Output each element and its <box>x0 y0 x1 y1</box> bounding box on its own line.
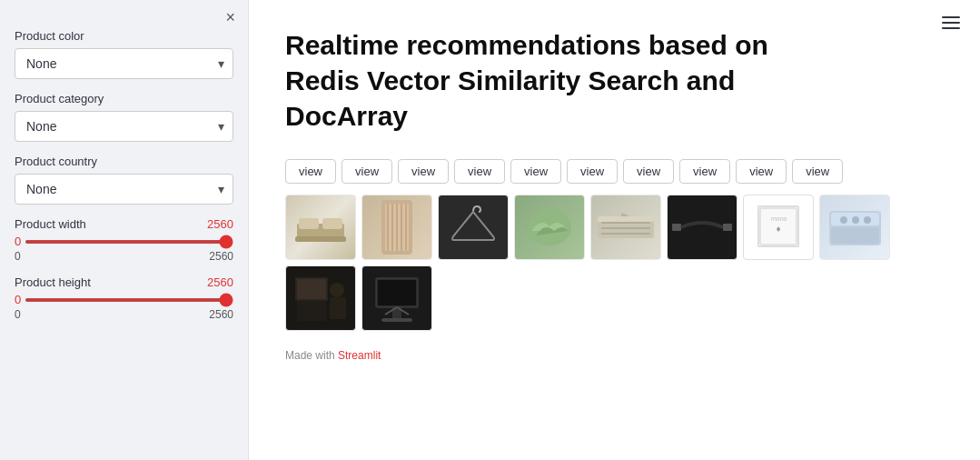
product-svg-10 <box>367 271 427 325</box>
svg-point-34 <box>330 283 344 297</box>
view-button-8[interactable]: view <box>679 159 730 184</box>
product-height-label: Product height <box>15 275 91 289</box>
view-button-7[interactable]: view <box>623 159 674 184</box>
product-height-min-value: 0 <box>15 293 21 306</box>
product-image-4 <box>514 195 585 260</box>
footer-link[interactable]: Streamlit <box>338 349 381 362</box>
svg-rect-37 <box>378 280 416 305</box>
product-country-select[interactable]: None USA UK China Germany <box>15 174 233 205</box>
product-height-slider[interactable] <box>25 298 233 302</box>
product-svg-9 <box>290 272 351 325</box>
product-image-8 <box>819 195 890 260</box>
product-country-select-wrapper: None USA UK China Germany <box>15 174 233 205</box>
view-button-4[interactable]: view <box>454 159 505 184</box>
sidebar: × Product color None Red Blue Green Blac… <box>0 0 249 460</box>
product-height-max-value: 2560 <box>207 275 233 289</box>
product-image-5 <box>590 195 661 260</box>
product-width-label: Product width <box>15 217 86 231</box>
view-button-10[interactable]: view <box>792 159 843 184</box>
svg-rect-16 <box>601 233 650 235</box>
product-svg-7: ♦ mono <box>751 203 806 253</box>
view-button-6[interactable]: view <box>567 159 618 184</box>
product-image-1 <box>285 195 356 260</box>
product-svg-4 <box>522 204 577 251</box>
product-grid: ♦ mono <box>285 195 944 331</box>
svg-text:mono: mono <box>771 215 787 222</box>
product-svg-2 <box>374 198 420 257</box>
product-image-3 <box>438 195 509 260</box>
product-svg-1 <box>293 204 348 251</box>
hamburger-menu-button[interactable] <box>938 13 964 33</box>
product-width-slider[interactable] <box>25 240 233 244</box>
product-width-minmax: 0 2560 <box>15 250 233 263</box>
hamburger-line-1 <box>942 16 960 18</box>
product-image-7: ♦ mono <box>743 195 814 260</box>
product-height-header: Product height 2560 <box>15 275 233 289</box>
product-image-6 <box>667 195 737 260</box>
svg-rect-25 <box>831 227 879 244</box>
product-country-label: Product country <box>15 155 233 168</box>
product-svg-3 <box>446 205 500 250</box>
view-buttons-row: view view view view view view view view … <box>285 159 944 184</box>
svg-rect-32 <box>330 297 346 319</box>
product-svg-5 <box>594 204 658 251</box>
product-width-min-value: 0 <box>15 235 21 248</box>
hamburger-line-2 <box>942 22 960 24</box>
svg-rect-39 <box>381 318 412 322</box>
svg-text:♦: ♦ <box>776 224 780 234</box>
product-width-max-value: 2560 <box>207 217 233 231</box>
svg-point-28 <box>864 216 871 224</box>
view-button-2[interactable]: view <box>342 159 392 184</box>
product-image-9 <box>285 265 356 331</box>
view-button-3[interactable]: view <box>398 159 449 184</box>
svg-rect-17 <box>672 224 681 231</box>
close-button[interactable]: × <box>225 9 235 25</box>
svg-point-26 <box>840 216 847 224</box>
product-color-select-wrapper: None Red Blue Green Black White <box>15 48 233 79</box>
svg-rect-14 <box>601 222 650 224</box>
footer-prefix: Made with <box>285 349 338 362</box>
product-color-label: Product color <box>15 29 233 43</box>
product-height-minmax: 0 2560 <box>15 308 233 321</box>
product-image-10 <box>361 265 432 331</box>
svg-rect-13 <box>598 216 654 222</box>
product-svg-6 <box>670 215 734 240</box>
hamburger-line-3 <box>942 27 960 29</box>
main-content: Realtime recommendations based on Redis … <box>249 0 980 460</box>
product-svg-8 <box>826 204 885 251</box>
product-height-slider-section: Product height 2560 0 0 2560 <box>15 275 233 321</box>
product-category-select[interactable]: None Electronics Clothing Home Sports <box>15 111 233 142</box>
svg-rect-15 <box>601 227 650 229</box>
product-category-label: Product category <box>15 92 233 105</box>
view-button-9[interactable]: view <box>736 159 787 184</box>
svg-point-27 <box>852 216 859 224</box>
svg-rect-18 <box>723 224 732 231</box>
product-image-2 <box>361 195 432 260</box>
svg-rect-31 <box>297 279 326 299</box>
page-title: Realtime recommendations based on Redis … <box>285 27 794 134</box>
svg-rect-1 <box>299 218 319 229</box>
svg-rect-3 <box>295 236 346 242</box>
product-width-slider-section: Product width 2560 0 0 2560 <box>15 217 233 263</box>
view-button-1[interactable]: view <box>285 159 336 184</box>
product-width-header: Product width 2560 <box>15 217 233 231</box>
footer: Made with Streamlit <box>285 349 944 362</box>
view-button-5[interactable]: view <box>510 159 561 184</box>
svg-rect-33 <box>297 301 326 321</box>
product-category-select-wrapper: None Electronics Clothing Home Sports <box>15 111 233 142</box>
svg-rect-2 <box>322 218 342 229</box>
product-color-select[interactable]: None Red Blue Green Black White <box>15 48 233 79</box>
